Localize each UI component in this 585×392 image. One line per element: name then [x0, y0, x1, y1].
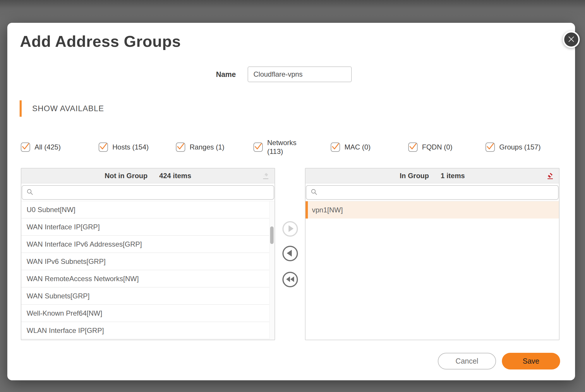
panel-count: 1 items	[441, 172, 465, 180]
magnifier-icon	[26, 188, 33, 197]
save-button[interactable]: Save	[502, 353, 560, 369]
list-item[interactable]: WAN Interface IPv6 Addresses[GRP]	[21, 236, 275, 253]
in-group-search	[306, 185, 559, 200]
name-input[interactable]	[248, 66, 352, 82]
cancel-button[interactable]: Cancel	[438, 353, 496, 369]
arrow-right-circle-icon	[284, 222, 297, 236]
list-item[interactable]: Well-Known Pref64[NW]	[21, 305, 275, 322]
name-label: Name	[183, 70, 236, 79]
move-all-left-button[interactable]	[282, 272, 298, 287]
filter-label: MAC (0)	[344, 143, 370, 152]
list-item[interactable]: WAN Interface IP[GRP]	[21, 219, 275, 236]
filter-label: Groups (157)	[499, 143, 541, 152]
list-item[interactable]: WLAN Interface IP[GRP]	[21, 322, 275, 339]
clear-selection-button[interactable]	[260, 171, 270, 181]
not-in-group-list: U0 Subnet[NW] WAN Interface IP[GRP] WAN …	[21, 201, 275, 340]
search-input[interactable]	[36, 189, 270, 196]
eraser-gray-icon	[261, 171, 270, 181]
check-icon	[331, 142, 340, 152]
filter-groups: Groups (157)	[486, 138, 541, 157]
check-icon	[486, 142, 495, 152]
list-item[interactable]: WAN Subnets[GRP]	[21, 288, 275, 305]
close-icon	[567, 35, 575, 44]
panel-title: In Group	[400, 172, 429, 180]
filter-hosts: Hosts (154)	[99, 138, 149, 157]
scrollbar-track[interactable]	[269, 201, 275, 340]
not-in-group-header: Not in Group 424 items	[21, 169, 275, 183]
section-label: SHOW AVAILABLE	[32, 104, 104, 113]
move-left-button[interactable]	[282, 246, 298, 261]
checkbox-networks[interactable]	[253, 142, 263, 152]
list-item[interactable]: WAN RemoteAccess Networks[NW]	[21, 270, 275, 288]
in-group-panel: In Group 1 items	[305, 168, 560, 340]
in-group-list: vpn1[NW]	[306, 201, 559, 340]
filter-fqdn: FQDN (0)	[408, 138, 452, 157]
filter-label: Hosts (154)	[112, 143, 149, 152]
panel-count: 424 items	[159, 172, 191, 180]
panel-title: Not in Group	[104, 172, 147, 180]
check-icon	[99, 142, 108, 152]
close-button[interactable]	[563, 31, 580, 48]
list-item[interactable]: WAN IPv6 Subnets[GRP]	[21, 253, 275, 270]
add-address-groups-dialog: Add Address Groups Name SHOW AVAILABLE A…	[7, 23, 575, 380]
list-item[interactable]: U0 Subnet[NW]	[21, 201, 275, 219]
check-icon	[21, 142, 30, 152]
check-icon	[176, 142, 185, 152]
in-group-header: In Group 1 items	[306, 169, 559, 183]
section-accent-bar	[20, 100, 22, 117]
search-input[interactable]	[320, 189, 554, 196]
checkbox-groups[interactable]	[486, 142, 495, 152]
check-icon	[409, 142, 417, 152]
checkbox-hosts[interactable]	[99, 142, 108, 152]
checkbox-all[interactable]	[21, 142, 30, 152]
show-available-section: SHOW AVAILABLE	[20, 100, 104, 117]
page-title: Add Address Groups	[20, 32, 181, 50]
list-item-selected[interactable]: vpn1[NW]	[306, 201, 559, 219]
filter-all: All (425)	[21, 138, 61, 157]
check-icon	[254, 142, 263, 152]
not-in-group-search	[22, 185, 274, 200]
filter-mac: MAC (0)	[331, 138, 370, 157]
scrollbar-thumb[interactable]	[270, 226, 274, 244]
name-field-row: Name	[183, 66, 352, 82]
checkbox-mac[interactable]	[331, 142, 340, 152]
checkbox-ranges[interactable]	[176, 142, 185, 152]
double-arrow-left-circle-icon	[284, 273, 297, 287]
filter-networks: Networks (113)	[253, 138, 302, 157]
filter-label: All (425)	[35, 143, 61, 152]
magnifier-icon	[310, 188, 318, 197]
eraser-red-icon	[545, 171, 554, 181]
filter-label: Networks (113)	[267, 138, 302, 156]
arrow-left-circle-icon	[284, 247, 297, 261]
filter-label: FQDN (0)	[422, 143, 452, 152]
clear-group-button[interactable]	[544, 171, 555, 181]
filter-ranges: Ranges (1)	[176, 138, 224, 157]
not-in-group-panel: Not in Group 424 items	[21, 168, 275, 340]
filter-label: Ranges (1)	[190, 143, 224, 152]
checkbox-fqdn[interactable]	[408, 142, 418, 152]
move-right-button[interactable]	[282, 221, 298, 237]
